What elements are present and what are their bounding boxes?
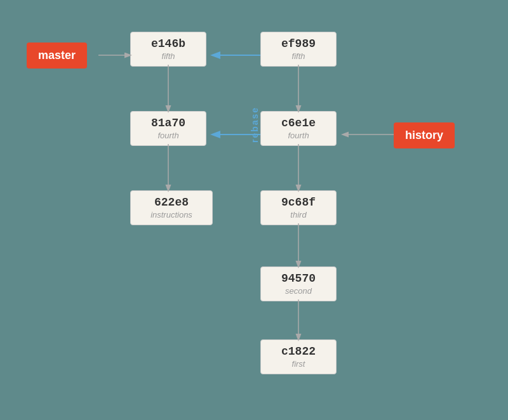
commit-id-ef989: ef989 xyxy=(269,37,328,50)
node-81a70: 81a70 fourth xyxy=(130,111,206,146)
commit-id-c6e1e: c6e1e xyxy=(269,117,328,129)
commit-msg-e146b: fifth xyxy=(138,51,198,61)
commit-msg-ef989: fifth xyxy=(269,51,328,61)
node-9c68f: 9c68f third xyxy=(260,190,337,225)
commit-id-622e8: 622e8 xyxy=(138,196,204,209)
rebase-label: rebase xyxy=(250,67,260,143)
node-622e8: 622e8 instructions xyxy=(130,190,213,225)
commit-msg-94570: second xyxy=(269,286,328,296)
node-c1822: c1822 first xyxy=(260,339,337,374)
commit-msg-c1822: first xyxy=(269,359,328,369)
history-ref: history xyxy=(394,122,455,148)
master-ref: master xyxy=(27,43,87,69)
commit-msg-c6e1e: fourth xyxy=(269,131,328,140)
node-ef989: ef989 fifth xyxy=(260,32,337,67)
commit-id-81a70: 81a70 xyxy=(138,117,198,129)
commit-msg-9c68f: third xyxy=(269,210,328,220)
commit-id-94570: 94570 xyxy=(269,272,328,285)
commit-id-9c68f: 9c68f xyxy=(269,196,328,209)
node-e146b: e146b fifth xyxy=(130,32,206,67)
commit-msg-81a70: fourth xyxy=(138,131,198,140)
node-94570: 94570 second xyxy=(260,266,337,301)
node-c6e1e: c6e1e fourth xyxy=(260,111,337,146)
commit-msg-622e8: instructions xyxy=(138,210,204,220)
commit-id-c1822: c1822 xyxy=(269,345,328,358)
commit-id-e146b: e146b xyxy=(138,37,198,50)
